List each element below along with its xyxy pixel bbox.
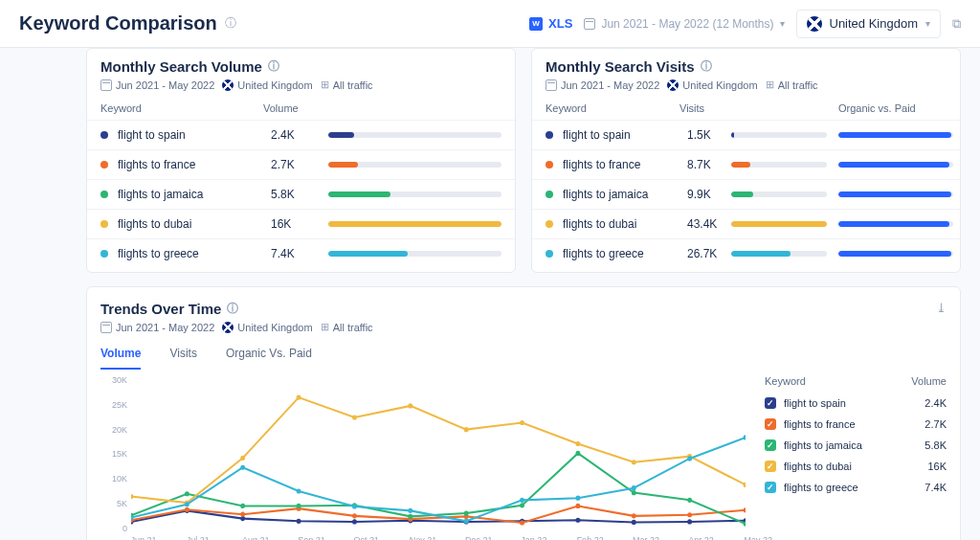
point[interactable] [575,496,580,501]
visits-value: 26.7K [687,247,731,260]
x-tick: Dec 21 [465,535,466,540]
line-dubai [131,397,746,503]
checkbox-icon[interactable]: ✓ [765,461,776,472]
point[interactable] [632,520,636,525]
point[interactable] [520,503,524,507]
point[interactable] [352,415,357,419]
y-tick: 20K [100,425,127,435]
table-row[interactable]: flights to greece 7.4K [87,238,515,268]
tab-volume[interactable]: Volume [100,347,141,370]
point[interactable] [464,519,469,524]
point[interactable] [240,465,245,470]
legend-item[interactable]: ✓flights to greece7.4K [765,477,947,498]
point[interactable] [520,498,524,503]
calendar-icon [584,18,595,30]
checkbox-icon[interactable]: ✓ [765,418,776,430]
checkbox-icon[interactable]: ✓ [765,482,776,493]
point[interactable] [131,494,133,499]
table-row[interactable]: flight to spain 2.4K [87,120,515,149]
info-icon[interactable]: ⓘ [701,58,712,75]
point[interactable] [464,427,469,432]
point[interactable] [297,395,301,400]
point[interactable] [687,512,692,517]
point[interactable] [352,519,357,524]
meta-traffic: ⊞All traffic [766,79,818,91]
color-dot [546,161,553,169]
bar-track [731,162,827,168]
point[interactable] [632,485,636,490]
point[interactable] [240,456,245,461]
point[interactable] [408,514,412,519]
point[interactable] [240,516,245,521]
point[interactable] [185,507,189,512]
x-tick: Apr 22 [688,535,689,540]
point[interactable] [520,420,524,425]
table-row[interactable]: flights to jamaica 5.8K [87,179,515,209]
info-icon[interactable]: ⓘ [268,58,279,75]
download-icon[interactable]: ⤓ [936,301,947,315]
point[interactable] [575,441,580,446]
table-row[interactable]: flights to greece 26.7K [532,238,960,268]
point[interactable] [185,491,189,496]
meta-date: Jun 2021 - May 2022 [100,322,214,333]
compare-icon[interactable]: ⧉ [952,16,961,32]
legend-item[interactable]: ✓flight to spain2.4K [765,393,947,414]
table-row[interactable]: flights to dubai 43.4K [532,209,960,238]
bar-track [731,221,827,227]
legend-item[interactable]: ✓flights to jamaica5.8K [765,435,947,456]
table-row[interactable]: flight to spain 1.5K [532,120,960,149]
table-row[interactable]: flights to jamaica 9.9K [532,179,960,209]
meta-date: Jun 2021 - May 2022 [100,79,214,91]
legend-item[interactable]: ✓flights to dubai16K [765,456,947,477]
date-range-label: Jun 2021 - May 2022 (12 Months) [601,17,773,31]
point[interactable] [185,502,189,506]
country-selector[interactable]: United Kingdom ▾ [796,10,942,38]
color-dot [100,250,108,258]
point[interactable] [297,504,301,508]
point[interactable] [744,507,746,512]
table-row[interactable]: flights to dubai 16K [87,209,515,238]
point[interactable] [632,460,636,464]
point[interactable] [687,519,692,524]
point[interactable] [297,519,301,524]
legend-item[interactable]: ✓flights to france2.7K [765,414,947,435]
point[interactable] [464,511,469,516]
tab-visits[interactable]: Visits [169,347,196,370]
point[interactable] [520,520,524,525]
legend-value: 7.4K [924,482,947,493]
point[interactable] [687,498,692,503]
point[interactable] [352,513,357,518]
point[interactable] [575,504,580,508]
bar-track [328,191,501,197]
point[interactable] [632,490,636,495]
point[interactable] [240,504,245,508]
table-row[interactable]: flights to france 8.7K [532,149,960,179]
date-range-selector[interactable]: Jun 2021 - May 2022 (12 Months) ▾ [584,17,784,31]
point[interactable] [408,403,412,408]
point[interactable] [575,518,580,523]
checkbox-icon[interactable]: ✓ [765,439,776,451]
col-header-keyword: Keyword [546,102,679,114]
point[interactable] [632,513,636,518]
point[interactable] [352,504,357,508]
xls-label: XLS [548,16,572,31]
color-dot [100,191,108,198]
info-icon[interactable]: ⓘ [227,301,238,317]
page-title: Keyword Comparison [19,12,217,34]
y-tick: 0 [100,524,127,533]
point[interactable] [408,508,412,513]
checkbox-icon[interactable]: ✓ [765,397,776,409]
bar-track [328,162,501,168]
point[interactable] [297,488,301,493]
tab-organic-vs-paid[interactable]: Organic Vs. Paid [226,347,312,370]
point[interactable] [687,456,692,461]
bar-track [328,132,501,138]
table-row[interactable]: flights to france 2.7K [87,149,515,179]
info-icon[interactable]: ⓘ [225,15,236,32]
legend-label: flights to france [784,418,856,430]
point[interactable] [240,512,245,517]
volume-value: 7.4K [271,247,328,260]
point[interactable] [575,451,580,456]
bar-track [328,221,501,227]
export-xls-button[interactable]: W XLS [529,16,572,31]
